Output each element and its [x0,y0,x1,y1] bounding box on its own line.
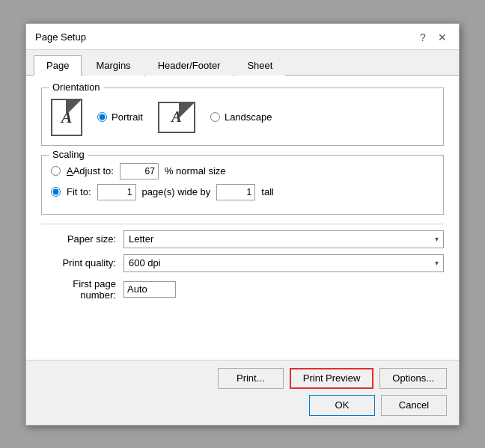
fit-label: Fit to: [67,186,91,197]
tab-bar: Page Margins Header/Footer Sheet [26,50,459,76]
tab-margins[interactable]: Margins [83,55,143,76]
portrait-icon: A [51,99,82,136]
print-quality-value: 600 dpi [129,257,161,269]
print-quality-row: Print quality: 600 dpi ▾ [41,254,444,272]
landscape-label[interactable]: Landscape [225,111,272,123]
title-bar: Page Setup ? ✕ [26,24,459,50]
fit-wide-suffix: page(s) wide by [142,186,211,197]
top-button-row: Print... Print Preview Options... [38,368,447,389]
orientation-group: Orientation A Portrait A [41,88,444,146]
adjust-label: AAdjust to: [67,165,114,177]
paper-size-row: Paper size: Letter ▾ [41,230,444,248]
adjust-value-input[interactable]: 67 [120,163,159,179]
orientation-label: Orientation [49,82,103,93]
print-preview-button[interactable]: Print Preview [290,368,374,389]
dialog-footer: Print... Print Preview Options... OK Can… [26,360,459,425]
portrait-label[interactable]: Portrait [112,111,143,123]
scaling-group: Scaling AAdjust to: 67 % normal size Fit… [41,155,444,215]
fit-tall-suffix: tall [261,186,274,197]
paper-size-arrow: ▾ [435,235,439,243]
tab-content: Orientation A Portrait A [26,76,459,360]
tab-header-footer[interactable]: Header/Footer [145,55,234,76]
paper-size-combo[interactable]: Letter ▾ [123,230,444,248]
tab-sheet[interactable]: Sheet [234,55,285,76]
first-page-label: First page number: [41,278,123,301]
landscape-radio[interactable] [210,112,220,122]
title-bar-controls: ? ✕ [415,30,450,45]
help-button[interactable]: ? [415,30,430,45]
portrait-radio-group: Portrait [97,111,143,123]
fit-wide-input[interactable]: 1 [97,184,136,200]
paper-size-value: Letter [129,233,153,245]
bottom-button-row: OK Cancel [38,395,447,416]
dialog-title: Page Setup [35,31,86,43]
close-button[interactable]: ✕ [435,30,450,45]
adjust-row: AAdjust to: 67 % normal size [51,163,434,179]
tab-page[interactable]: Page [34,55,82,76]
first-page-input[interactable]: Auto [123,281,176,298]
adjust-radio[interactable] [51,166,61,176]
landscape-icon: A [158,102,195,133]
paper-size-label: Paper size: [41,233,123,245]
portrait-radio[interactable] [97,112,107,122]
fit-radio[interactable] [51,187,61,197]
fit-tall-input[interactable]: 1 [216,184,255,200]
ok-button[interactable]: OK [309,395,375,416]
print-quality-arrow: ▾ [435,259,439,267]
adjust-suffix: % normal size [165,165,226,177]
fit-row: Fit to: 1 page(s) wide by 1 tall [51,184,434,200]
page-setup-dialog: Page Setup ? ✕ Page Margins Header/Foote… [25,23,460,426]
options-button[interactable]: Options... [379,368,447,389]
landscape-radio-group: Landscape [210,111,272,123]
scaling-label: Scaling [49,149,88,160]
print-quality-combo[interactable]: 600 dpi ▾ [123,254,444,272]
first-page-row: First page number: Auto [41,278,444,301]
orientation-row: A Portrait A Landscape [51,96,434,136]
print-quality-label: Print quality: [41,257,123,269]
cancel-button[interactable]: Cancel [381,395,447,416]
divider [41,224,444,224]
print-button[interactable]: Print... [218,368,284,389]
